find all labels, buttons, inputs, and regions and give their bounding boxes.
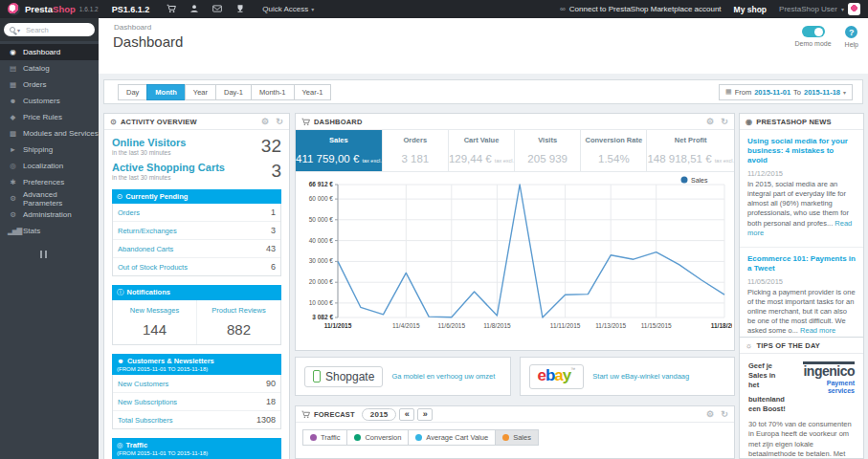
lightbulb-icon: ☼ <box>746 341 753 350</box>
messages-notifications-icon[interactable] <box>212 4 222 15</box>
filter-year-button[interactable]: Year <box>185 84 216 100</box>
average-cart-value-dot-icon <box>415 434 422 441</box>
abandoned-carts-link[interactable]: Abandoned Carts <box>118 245 173 253</box>
orders-notifications-icon[interactable] <box>167 4 176 15</box>
collapse-menu-button[interactable] <box>38 251 99 260</box>
marketplace-link[interactable]: ∞Connect to PrestaShop Marketplace accou… <box>560 5 721 13</box>
new-messages-link[interactable]: New Messages <box>130 306 179 315</box>
sidebar-item-shipping[interactable]: ►Shipping <box>0 142 99 158</box>
toggle-knob <box>814 28 823 36</box>
legend-traffic-button[interactable]: Traffic <box>302 429 347 446</box>
online-visitors-sub: in the last 30 minutes <box>112 149 186 156</box>
filter-day-1-button[interactable]: Day-1 <box>215 84 252 100</box>
read-more-link[interactable]: Read more <box>800 326 835 335</box>
sidebar-item-orders[interactable]: ▦Orders <box>0 76 99 93</box>
ebay-link[interactable]: Start uw eBay-winkel vandaag <box>592 372 689 381</box>
svg-text:40 000 €: 40 000 € <box>309 237 334 244</box>
gear-icon[interactable]: ⚙ <box>706 117 714 126</box>
gear-icon[interactable]: ⚙ <box>261 117 269 126</box>
refresh-icon[interactable]: ↻ <box>276 117 283 126</box>
sidebar-item-stats[interactable]: ▂▅▇Stats <box>0 223 99 239</box>
search-box[interactable]: ▾ <box>4 23 95 36</box>
active-carts-link[interactable]: Active Shopping Carts <box>112 162 225 173</box>
filter-year-1-button[interactable]: Year-1 <box>294 84 332 100</box>
svg-text:11/15/2015: 11/15/2015 <box>641 322 672 329</box>
demo-mode-toggle[interactable] <box>802 26 825 37</box>
sidebar-item-label: Administration <box>23 210 72 219</box>
help-icon[interactable]: ? <box>845 26 857 38</box>
cart-icon <box>301 410 310 419</box>
new-subscriptions-value: 18 <box>266 397 276 406</box>
svg-text:66 912 €: 66 912 € <box>309 181 334 187</box>
filter-month-1-button[interactable]: Month-1 <box>251 84 295 100</box>
svg-text:11/4/2015: 11/4/2015 <box>392 322 420 329</box>
kpi-conversion-rate[interactable]: Conversion Rate1.54% <box>580 130 646 171</box>
clock-icon: ⊙ <box>117 192 122 201</box>
dashboard-panel: DASHBOARD ⚙↻ Sales411 759,00 € tax excl.… <box>295 113 735 351</box>
abandoned-carts-value: 43 <box>266 244 276 253</box>
online-visitors-value: 32 <box>261 137 281 155</box>
sidebar-item-dashboard[interactable]: ◉Dashboard <box>0 44 99 60</box>
online-visitors-link[interactable]: Online Visitors <box>112 137 186 148</box>
new-customers-link[interactable]: New Customers <box>118 380 168 388</box>
prestashop-logo-icon[interactable] <box>8 3 20 15</box>
article-title-link[interactable]: Ecommerce 101: Payments in a Tweet <box>747 254 856 273</box>
sidebar-item-customers[interactable]: ☻Customers <box>0 93 99 109</box>
pending-orders-link[interactable]: Orders <box>118 208 140 217</box>
forecast-next-button[interactable]: » <box>417 408 433 421</box>
forecast-prev-button[interactable]: « <box>399 408 414 421</box>
search-scope-chevron-icon[interactable]: ▾ <box>17 27 20 33</box>
table-row: Orders1 <box>113 204 280 222</box>
sidebar-item-catalog[interactable]: ▤Catalog <box>0 60 99 76</box>
quick-access-menu[interactable]: Quick Access▾ <box>262 5 314 13</box>
localization-icon: ◎ <box>8 162 17 170</box>
forecast-year-button[interactable]: 2015 <box>362 408 397 421</box>
forecast-legend: Traffic Conversion Average Cart Value Sa… <box>296 423 734 452</box>
help-label[interactable]: Help <box>845 41 858 48</box>
article-title-link[interactable]: Using social media for your business: 4 … <box>747 137 856 165</box>
refresh-icon[interactable]: ↻ <box>721 409 728 419</box>
kpi-net-profit[interactable]: Net Profit148 918,51 € tax excl. <box>646 130 734 171</box>
legend-average-cart-value-button[interactable]: Average Cart Value <box>408 429 496 446</box>
calendar-icon: ▦ <box>725 88 732 96</box>
version-label: 1.6.1.2 <box>79 6 99 12</box>
new-subscriptions-link[interactable]: New Subscriptions <box>118 398 177 406</box>
sidebar-item-modules-and-services[interactable]: ▩Modules and Services <box>0 125 99 142</box>
filter-month-button[interactable]: Month <box>146 84 186 100</box>
out-of-stock-link[interactable]: Out of Stock Products <box>118 263 188 272</box>
panel-title: PRESTASHOP NEWS <box>756 118 832 126</box>
search-input[interactable] <box>24 25 89 35</box>
sidebar-item-label: Shipping <box>23 145 53 154</box>
sidebar-item-price-rules[interactable]: ◆Price Rules <box>0 109 99 125</box>
date-range-picker[interactable]: ▦ From 2015-11-01 To 2015-11-18 ▾ <box>719 84 853 100</box>
kpi-sales[interactable]: Sales411 759,00 € tax excl. <box>296 130 382 171</box>
filter-day-button[interactable]: Day <box>118 84 147 100</box>
kpi-cart-value[interactable]: Cart Value129,44 € tax excl. <box>448 130 514 171</box>
shop-name-link[interactable]: PS1.6.1.2 <box>112 5 150 14</box>
sidebar-item-administration[interactable]: ⚙Administration <box>0 207 99 223</box>
pending-returns-link[interactable]: Return/Exchanges <box>118 227 177 235</box>
sidebar-item-preferences[interactable]: ✱Preferences <box>0 174 99 190</box>
sidebar-item-advanced-parameters[interactable]: ⚙Advanced Parameters <box>0 190 99 207</box>
kpi-orders[interactable]: Orders3 181 <box>382 130 448 171</box>
news-article: Using social media for your business: 4 … <box>740 130 863 247</box>
legend-sales-button[interactable]: Sales <box>495 429 539 446</box>
shopgate-link[interactable]: Ga mobiel en verhoog uw omzet <box>391 372 495 381</box>
legend-conversion-button[interactable]: Conversion <box>346 429 409 446</box>
kpi-visits[interactable]: Visits205 939 <box>514 130 580 171</box>
ingenico-logo: ingenico Payment services <box>778 361 855 395</box>
gear-icon[interactable]: ⚙ <box>706 409 714 419</box>
panel-title: DASHBOARD <box>314 118 363 126</box>
sidebar-item-label: Customers <box>23 97 60 105</box>
product-reviews-link[interactable]: Product Reviews <box>211 306 265 315</box>
total-subscribers-link[interactable]: Total Subscribers <box>118 416 173 425</box>
user-menu[interactable]: PrestaShop User▾ <box>779 3 860 15</box>
orders-icon: ▦ <box>8 80 17 89</box>
customers-notifications-icon[interactable] <box>189 4 199 15</box>
announcements-icon[interactable] <box>235 4 245 15</box>
sidebar-item-label: Advanced Parameters <box>23 190 99 208</box>
refresh-icon[interactable]: ↻ <box>721 117 728 126</box>
breadcrumb[interactable]: Dashboard <box>114 23 151 32</box>
my-shop-link[interactable]: My shop <box>734 5 767 14</box>
sidebar-item-localization[interactable]: ◎Localization <box>0 158 99 174</box>
